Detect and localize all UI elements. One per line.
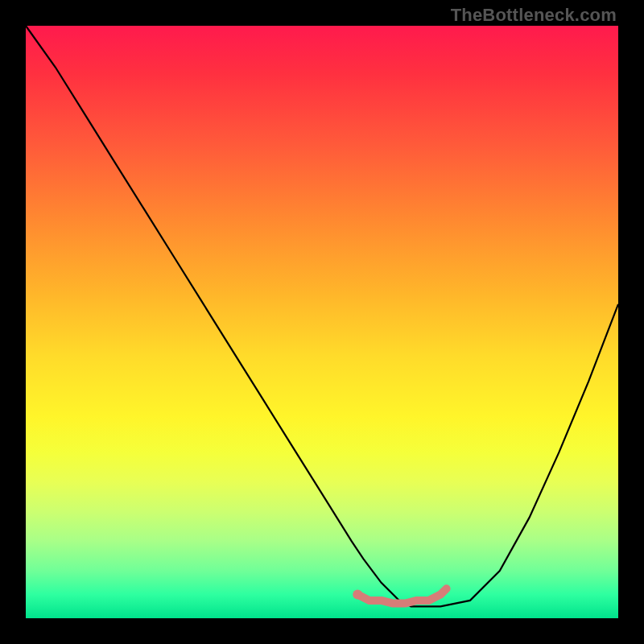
flat-segment-path bbox=[357, 588, 446, 603]
bottleneck-curve-path bbox=[26, 26, 618, 606]
plot-area bbox=[26, 26, 618, 618]
chart-svg bbox=[26, 26, 618, 618]
marker-dot bbox=[353, 590, 362, 600]
watermark-text: TheBottleneck.com bbox=[451, 5, 617, 26]
chart-frame: TheBottleneck.com bbox=[0, 0, 644, 644]
